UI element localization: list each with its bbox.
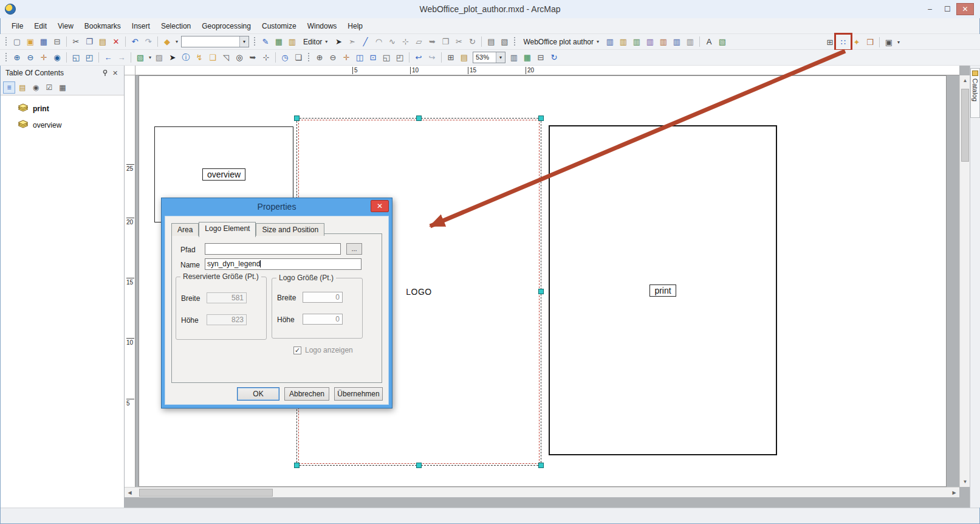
edit-vertices-icon[interactable]: ▱ [412, 35, 425, 49]
zoom-out-icon[interactable]: ⊖ [24, 51, 37, 64]
redo-icon[interactable]: ↷ [142, 35, 155, 49]
layout-fixed-zoom-out-icon[interactable]: ◰ [393, 51, 406, 64]
dropdown-arrow-icon[interactable]: ▾ [496, 52, 505, 63]
refresh-icon[interactable]: ↻ [547, 51, 561, 64]
selection-handle[interactable] [294, 463, 300, 468]
toolbar-grip[interactable] [513, 36, 516, 47]
label-manager-icon[interactable]: ▧ [716, 35, 729, 49]
find-route-icon[interactable]: ➥ [246, 51, 259, 64]
menu-customize[interactable]: Customize [256, 19, 302, 33]
find-icon[interactable]: ◎ [233, 51, 246, 64]
close-button[interactable]: ✕ [956, 3, 974, 15]
cut-icon[interactable]: ✂ [69, 35, 83, 49]
arc-segment-icon[interactable]: ◠ [372, 35, 385, 49]
print-frame-label[interactable]: print [649, 284, 676, 297]
previous-extent-icon[interactable]: ↩ [412, 51, 425, 64]
cancel-button[interactable]: Abbrechen [284, 387, 329, 401]
create-features-icon[interactable]: ▥ [286, 35, 299, 49]
draft-mode-icon[interactable]: ▥ [507, 51, 521, 64]
cut-polygons-icon[interactable]: ❐ [439, 35, 452, 49]
selection-handle[interactable] [538, 289, 544, 294]
time-slider-icon[interactable]: ◷ [278, 51, 292, 64]
selection-handle[interactable] [416, 463, 422, 468]
full-extent-icon[interactable]: ◉ [50, 51, 64, 64]
wo-save-icon[interactable]: ▥ [617, 35, 630, 49]
menu-windows[interactable]: Windows [302, 19, 343, 33]
clear-selection-icon[interactable]: ▨ [152, 51, 166, 64]
hyperlink-icon[interactable]: ↯ [193, 51, 206, 64]
logo-anzeigen-checkbox[interactable]: ✓ [293, 346, 301, 354]
wo-import-icon[interactable]: ▥ [643, 35, 657, 49]
pan-icon[interactable]: ✛ [37, 51, 50, 64]
back-extent-icon[interactable]: ← [101, 51, 115, 64]
change-layout-icon[interactable]: ▤ [457, 51, 471, 64]
forward-extent-icon[interactable]: → [115, 51, 128, 64]
list-by-selection-icon[interactable]: ☑ [43, 81, 55, 94]
point-tool-icon[interactable]: ⊹ [399, 35, 412, 49]
catalog-tab[interactable]: Catalog [970, 68, 980, 118]
next-extent-icon[interactable]: ↪ [425, 51, 439, 64]
edit-annotation-icon[interactable]: ➣ [345, 35, 358, 49]
fixed-zoom-in-icon[interactable]: ◱ [69, 51, 83, 64]
toc-item-print[interactable]: print [0, 100, 124, 117]
maximize-button[interactable]: ☐ [939, 3, 956, 15]
pin-icon[interactable] [100, 68, 110, 78]
wo-new-icon[interactable]: ▥ [630, 35, 643, 49]
save-icon[interactable]: ▦ [37, 35, 50, 49]
scroll-left-icon[interactable]: ◀ [125, 488, 135, 498]
dropdown-arrow-icon[interactable]: ▾ [239, 36, 248, 47]
menu-edit[interactable]: Edit [29, 19, 52, 33]
browse-button[interactable]: ... [346, 243, 362, 255]
toolbar-grip[interactable] [5, 36, 8, 47]
straight-segment-icon[interactable]: ╱ [358, 35, 372, 49]
text-element-icon[interactable]: A [702, 35, 716, 49]
select-features-icon[interactable]: ▧▾ [134, 51, 147, 64]
layout-zoom-in-icon[interactable]: ⊕ [313, 51, 326, 64]
paste-icon[interactable]: ▤ [96, 35, 109, 49]
export-icon[interactable]: ❒ [863, 35, 877, 49]
scroll-down-icon[interactable]: ▼ [960, 477, 970, 487]
pfad-input[interactable] [205, 243, 341, 255]
rotate-icon[interactable]: ↻ [465, 35, 479, 49]
layout-fixed-zoom-in-icon[interactable]: ◱ [380, 51, 393, 64]
editor-menu[interactable]: Editor▾ [299, 35, 332, 49]
focus-data-frame-icon[interactable]: ⊞ [444, 51, 457, 64]
star-icon[interactable]: ✦ [850, 35, 863, 49]
new-document-icon[interactable]: ▢ [10, 35, 24, 49]
attributes-icon[interactable]: ▤ [484, 35, 498, 49]
selection-handle[interactable] [416, 115, 422, 121]
selection-handle[interactable] [538, 463, 544, 468]
select-elements-icon[interactable]: ➤ [166, 51, 179, 64]
print-data-frame[interactable]: print [549, 125, 777, 455]
name-input[interactable]: syn_dyn_legend [205, 258, 362, 270]
overview-frame-label[interactable]: overview [202, 168, 245, 181]
list-by-drawing-order-icon[interactable]: ≡ [3, 81, 15, 94]
print-icon[interactable]: ⊟ [50, 35, 64, 49]
toolbar-grip[interactable] [307, 52, 310, 63]
wo-load-icon[interactable]: ▥ [603, 35, 617, 49]
trace-icon[interactable]: ∿ [385, 35, 399, 49]
list-by-source-icon[interactable]: ▤ [16, 81, 29, 94]
copy-icon[interactable]: ❐ [83, 35, 96, 49]
snapping-icon[interactable]: ▦ [272, 35, 286, 49]
logo-element-label[interactable]: LOGO [406, 287, 431, 297]
tab-area[interactable]: Area [171, 223, 199, 236]
wo-pages-icon[interactable]: ▥ [670, 35, 684, 49]
weboffice-plot-author-menu[interactable]: WebOffice plot author▾ [519, 35, 603, 49]
menu-geoprocessing[interactable]: Geoprocessing [196, 19, 256, 33]
synoptic-legend-icon[interactable]: ∷ [837, 35, 850, 49]
toolbar-grip[interactable] [253, 36, 256, 47]
reshape-icon[interactable]: ➥ [425, 35, 439, 49]
undo-icon[interactable]: ↶ [128, 35, 142, 49]
menu-selection[interactable]: Selection [156, 19, 196, 33]
layout-zoom-out-icon[interactable]: ⊖ [326, 51, 340, 64]
selection-handle[interactable] [538, 115, 544, 121]
menu-view[interactable]: View [52, 19, 79, 33]
tab-logo-element[interactable]: Logo Element [199, 222, 256, 237]
list-by-visibility-icon[interactable]: ◉ [30, 81, 42, 94]
logo-hoehe-input[interactable]: 0 [303, 314, 343, 325]
ok-button[interactable]: OK [237, 387, 279, 401]
menu-help[interactable]: Help [342, 19, 368, 33]
zoom-100-icon[interactable]: ⊡ [366, 51, 380, 64]
minimize-button[interactable]: – [921, 3, 939, 15]
